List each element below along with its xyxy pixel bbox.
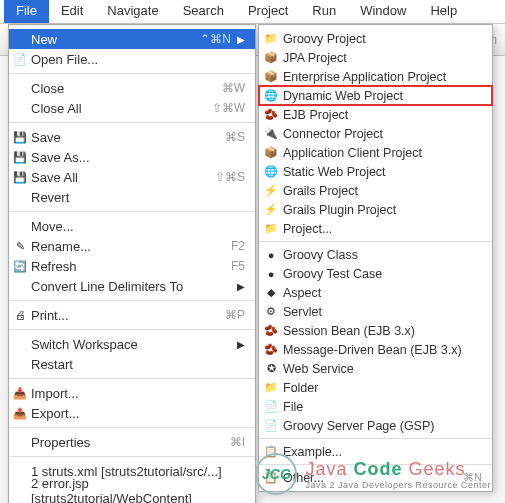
submenu-label: Connector Project: [283, 127, 383, 141]
menu-label: 2 error.jsp [struts2tutorial/WebContent]: [31, 476, 245, 503]
submenu-item[interactable]: 📦JPA Project: [259, 48, 492, 67]
menu-label: Save All: [31, 170, 78, 185]
submenu-item[interactable]: ◆Aspect: [259, 283, 492, 302]
submenu-item[interactable]: ⚙Servlet: [259, 302, 492, 321]
menu-icon: 📄: [13, 52, 27, 66]
submenu-icon: 🫘: [264, 108, 278, 122]
menu-label: Restart: [31, 357, 73, 372]
submenu-item[interactable]: 📦Enterprise Application Project: [259, 67, 492, 86]
submenu-item[interactable]: 📁Folder: [259, 378, 492, 397]
menu-item[interactable]: 📄Open File...: [9, 49, 255, 69]
submenu-item[interactable]: 🫘EJB Project: [259, 105, 492, 124]
menubar: FileEditNavigateSearchProjectRunWindowHe…: [0, 0, 505, 24]
menu-icon: 💾: [13, 130, 27, 144]
menu-item[interactable]: 🔄RefreshF5: [9, 256, 255, 276]
menu-item[interactable]: ✎Rename...F2: [9, 236, 255, 256]
separator: [259, 438, 492, 439]
menu-item[interactable]: Revert: [9, 187, 255, 207]
submenu-arrow-icon: ▶: [237, 281, 245, 292]
submenu-item[interactable]: 🫘Session Bean (EJB 3.x): [259, 321, 492, 340]
submenu-item[interactable]: ⚡Grails Plugin Project: [259, 200, 492, 219]
menu-item[interactable]: 📤Export...: [9, 403, 255, 423]
submenu-icon: 📁: [264, 32, 278, 46]
menu-icon: ✎: [13, 239, 27, 253]
menubar-item-run[interactable]: Run: [300, 0, 348, 23]
menu-label: Import...: [31, 386, 79, 401]
submenu-item[interactable]: 🌐Dynamic Web Project: [259, 86, 492, 105]
submenu-item[interactable]: 📄Groovy Server Page (GSP): [259, 416, 492, 435]
menu-item[interactable]: Restart: [9, 354, 255, 374]
submenu-icon: 📄: [264, 419, 278, 433]
submenu-label: Grails Plugin Project: [283, 203, 396, 217]
menu-item[interactable]: 💾Save All⇧⌘S: [9, 167, 255, 187]
menubar-item-file[interactable]: File: [4, 0, 49, 23]
submenu-label: Grails Project: [283, 184, 358, 198]
menubar-item-edit[interactable]: Edit: [49, 0, 95, 23]
menu-icon: 📤: [13, 406, 27, 420]
submenu-item[interactable]: 🔌Connector Project: [259, 124, 492, 143]
shortcut: ⇧⌘W: [212, 101, 245, 115]
menu-item[interactable]: 🖨Print...⌘P: [9, 305, 255, 325]
menu-item[interactable]: Properties⌘I: [9, 432, 255, 452]
submenu-label: Enterprise Application Project: [283, 70, 446, 84]
submenu-label: Groovy Class: [283, 248, 358, 262]
menu-item[interactable]: Convert Line Delimiters To▶: [9, 276, 255, 296]
submenu-icon: ●: [264, 248, 278, 262]
shortcut: ⇧⌘S: [215, 170, 245, 184]
submenu-item[interactable]: 📁Project...: [259, 219, 492, 238]
submenu-item[interactable]: ✪Web Service: [259, 359, 492, 378]
menubar-item-navigate[interactable]: Navigate: [95, 0, 170, 23]
submenu-item[interactable]: ●Groovy Class: [259, 245, 492, 264]
submenu-item[interactable]: ●Groovy Test Case: [259, 264, 492, 283]
menu-label: New: [31, 32, 57, 47]
menu-item[interactable]: 📥Import...: [9, 383, 255, 403]
menubar-item-window[interactable]: Window: [348, 0, 418, 23]
submenu-icon: 🌐: [264, 165, 278, 179]
menu-label: Switch Workspace: [31, 337, 138, 352]
submenu-arrow-icon: ▶: [237, 339, 245, 350]
menu-item[interactable]: New⌃⌘N ▶: [9, 29, 255, 49]
submenu-label: Message-Driven Bean (EJB 3.x): [283, 343, 462, 357]
logo-text: Java Code Geeks Java 2 Java Developers R…: [305, 459, 491, 490]
separator: [9, 73, 255, 74]
menu-item[interactable]: 💾Save⌘S: [9, 127, 255, 147]
submenu-item[interactable]: 📄File: [259, 397, 492, 416]
new-submenu: 📁Groovy Project📦JPA Project📦Enterprise A…: [258, 24, 493, 492]
menu-item[interactable]: Close All⇧⌘W: [9, 98, 255, 118]
submenu-icon: 📄: [264, 400, 278, 414]
submenu-label: Aspect: [283, 286, 321, 300]
menu-label: Properties: [31, 435, 90, 450]
menu-item[interactable]: 💾Save As...: [9, 147, 255, 167]
submenu-icon: 🫘: [264, 324, 278, 338]
submenu-item[interactable]: 📁Groovy Project: [259, 29, 492, 48]
submenu-label: Groovy Server Page (GSP): [283, 419, 434, 433]
menu-label: Save: [31, 130, 61, 145]
menu-item[interactable]: Close⌘W: [9, 78, 255, 98]
submenu-item[interactable]: 🌐Static Web Project: [259, 162, 492, 181]
submenu-label: Folder: [283, 381, 318, 395]
menu-item[interactable]: Move...: [9, 216, 255, 236]
submenu-label: Groovy Test Case: [283, 267, 382, 281]
menubar-item-project[interactable]: Project: [236, 0, 300, 23]
submenu-item[interactable]: 🫘Message-Driven Bean (EJB 3.x): [259, 340, 492, 359]
menubar-item-search[interactable]: Search: [171, 0, 236, 23]
submenu-icon: 🌐: [264, 89, 278, 103]
submenu-label: JPA Project: [283, 51, 347, 65]
submenu-item[interactable]: ⚡Grails Project: [259, 181, 492, 200]
submenu-label: Project...: [283, 222, 332, 236]
menu-item[interactable]: Switch Workspace▶: [9, 334, 255, 354]
menu-label: Close: [31, 81, 64, 96]
menu-label: Revert: [31, 190, 69, 205]
submenu-icon: ●: [264, 267, 278, 281]
submenu-icon: 🔌: [264, 127, 278, 141]
menu-label: Move...: [31, 219, 74, 234]
menubar-item-help[interactable]: Help: [418, 0, 469, 23]
file-menu-dropdown: New⌃⌘N ▶📄Open File...Close⌘WClose All⇧⌘W…: [8, 24, 256, 503]
menu-item[interactable]: 2 error.jsp [struts2tutorial/WebContent]: [9, 481, 255, 501]
submenu-label: Dynamic Web Project: [283, 89, 403, 103]
menu-label: Convert Line Delimiters To: [31, 279, 183, 294]
separator: [259, 241, 492, 242]
menu-label: Close All: [31, 101, 82, 116]
submenu-icon: 🫘: [264, 343, 278, 357]
submenu-item[interactable]: 📦Application Client Project: [259, 143, 492, 162]
